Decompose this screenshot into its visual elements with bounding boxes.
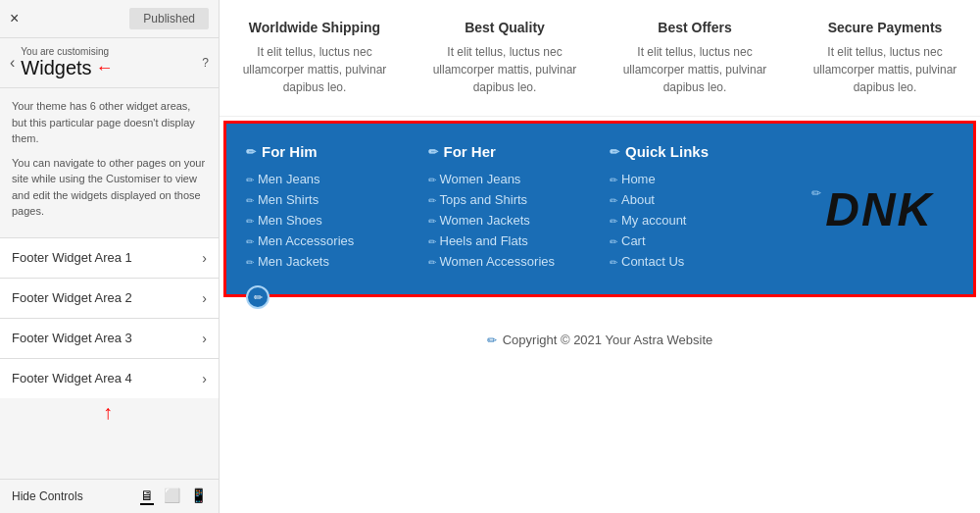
panel-info-line2: You can navigate to other pages on your … — [12, 155, 207, 220]
edit-icon-col2[interactable]: ✏ — [610, 145, 619, 159]
edit-icon-small-4: ✏ — [246, 257, 254, 268]
footer-section-edit-button[interactable]: ✏ — [246, 285, 270, 309]
chevron-icon-4: › — [202, 371, 207, 386]
footer-link-tops-shirts[interactable]: ✏Tops and Shirts — [428, 192, 591, 207]
footer-grid: ✏ For Him ✏Men Jeans ✏Men Shirts ✏Men Sh… — [246, 143, 954, 275]
panel-header: × Published — [0, 0, 219, 38]
edit-icon-small-w1: ✏ — [428, 195, 436, 206]
footer-link-women-jeans[interactable]: ✏Women Jeans — [428, 172, 591, 186]
feature-item-3: Secure Payments It elit tellus, luctus n… — [790, 10, 980, 106]
footer-link-my-account[interactable]: ✏My account — [610, 213, 772, 228]
back-icon[interactable]: ‹ — [10, 54, 15, 72]
footer-col-2-title: ✏ Quick Links — [610, 143, 772, 160]
red-up-arrow-icon: ↑ — [103, 401, 113, 424]
feature-desc-0: It elit tellus, luctus nec ullamcorper m… — [234, 43, 395, 96]
footer-link-men-shirts[interactable]: ✏Men Shirts — [246, 192, 409, 207]
footer-section: ✏ For Him ✏Men Jeans ✏Men Shirts ✏Men Sh… — [223, 121, 976, 297]
feature-desc-3: It elit tellus, luctus nec ullamcorper m… — [805, 43, 965, 96]
panel-info-line1: Your theme has 6 other widget areas, but… — [12, 98, 207, 147]
footer-col-2: ✏ Quick Links ✏Home ✏About ✏My account ✏… — [610, 143, 772, 275]
bottom-spacer — [220, 359, 980, 513]
edit-icon-small-0: ✏ — [246, 175, 254, 185]
edit-icon-small-1: ✏ — [246, 195, 254, 206]
chevron-icon-2: › — [202, 290, 207, 306]
footer-link-about[interactable]: ✏About — [610, 192, 772, 207]
feature-title-3: Secure Payments — [805, 20, 965, 35]
desktop-icon[interactable]: 🖥 — [140, 487, 154, 505]
feature-item-1: Best Quality It elit tellus, luctus nec … — [410, 10, 600, 106]
edit-icon-col1[interactable]: ✏ — [428, 145, 438, 159]
main-preview-area: Worldwide Shipping It elit tellus, luctu… — [220, 0, 980, 513]
footer-link-men-accessories[interactable]: ✏Men Accessories — [246, 233, 409, 248]
widget-areas-list: Footer Widget Area 1 › Footer Widget Are… — [0, 237, 219, 480]
help-icon[interactable]: ? — [202, 56, 209, 70]
feature-item-0: Worldwide Shipping It elit tellus, luctu… — [220, 10, 410, 106]
footer-link-men-shoes[interactable]: ✏Men Shoes — [246, 213, 409, 228]
widget-area-3-label: Footer Widget Area 3 — [12, 331, 132, 345]
footer-col-1: ✏ For Her ✏Women Jeans ✏Tops and Shirts … — [428, 143, 591, 275]
widget-area-2-label: Footer Widget Area 2 — [12, 290, 132, 305]
panel-info: Your theme has 6 other widget areas, but… — [0, 88, 219, 237]
dnk-logo: DNK — [825, 182, 933, 236]
footer-col-1-title: ✏ For Her — [428, 143, 591, 160]
features-bar: Worldwide Shipping It elit tellus, luctu… — [220, 0, 980, 117]
chevron-icon-1: › — [202, 250, 207, 266]
device-icons-group: 🖥 ⬜ 📱 — [140, 487, 207, 505]
customizer-panel: × Published ‹ You are customising Widget… — [0, 0, 220, 513]
edit-icon-small-q0: ✏ — [610, 175, 617, 185]
footer-col-3: ✏ DNK — [792, 143, 955, 275]
widgets-title: Widgets — [21, 57, 91, 79]
footer-link-heels-flats[interactable]: ✏Heels and Flats — [428, 233, 591, 248]
edit-icon-small-w3: ✏ — [428, 236, 436, 247]
edit-icon-small-q2: ✏ — [610, 216, 617, 227]
widget-area-4-label: Footer Widget Area 4 — [12, 371, 132, 385]
spacer — [220, 301, 980, 321]
edit-icon-small-w0: ✏ — [428, 175, 436, 185]
widget-area-2[interactable]: Footer Widget Area 2 › — [0, 278, 219, 318]
edit-icon-small-w4: ✏ — [428, 257, 436, 268]
mobile-icon[interactable]: 📱 — [190, 487, 207, 505]
copyright-bar: ✏ Copyright © 2021 Your Astra Website — [220, 321, 980, 359]
feature-item-2: Best Offers It elit tellus, luctus nec u… — [600, 10, 790, 106]
edit-icon-small-2: ✏ — [246, 216, 254, 227]
footer-link-women-accessories[interactable]: ✏Women Accessories — [428, 254, 591, 269]
widget-area-3[interactable]: Footer Widget Area 3 › — [0, 318, 219, 358]
footer-link-women-jackets[interactable]: ✏Women Jackets — [428, 213, 591, 228]
red-arrow-icon: ← — [96, 58, 114, 78]
edit-icon-small-3: ✏ — [246, 236, 254, 247]
chevron-icon-3: › — [202, 331, 207, 346]
widgets-title-block: You are customising Widgets ← — [21, 46, 113, 79]
edit-icon-col3[interactable]: ✏ — [811, 186, 821, 200]
copyright-edit-icon[interactable]: ✏ — [487, 333, 497, 347]
edit-icon-small-q4: ✏ — [610, 257, 617, 268]
footer-link-contact-us[interactable]: ✏Contact Us — [610, 254, 772, 269]
edit-icon-small-q3: ✏ — [610, 236, 617, 247]
panel-subheader: ‹ You are customising Widgets ← ? — [0, 38, 219, 88]
tablet-icon[interactable]: ⬜ — [164, 487, 180, 505]
feature-desc-1: It elit tellus, luctus nec ullamcorper m… — [424, 43, 585, 96]
edit-icon-small-q1: ✏ — [610, 195, 617, 206]
widget-area-1-label: Footer Widget Area 1 — [12, 250, 132, 265]
feature-title-1: Best Quality — [424, 20, 585, 35]
widget-area-1[interactable]: Footer Widget Area 1 › — [0, 237, 219, 278]
widget-area-4[interactable]: Footer Widget Area 4 › ↑ — [0, 358, 219, 398]
feature-title-0: Worldwide Shipping — [234, 20, 395, 35]
panel-footer: Hide Controls 🖥 ⬜ 📱 — [0, 479, 219, 513]
footer-link-home[interactable]: ✏Home — [610, 172, 772, 186]
footer-col-0: ✏ For Him ✏Men Jeans ✏Men Shirts ✏Men Sh… — [246, 143, 409, 275]
published-button[interactable]: Published — [129, 8, 209, 29]
feature-title-2: Best Offers — [614, 20, 775, 35]
hide-controls-button[interactable]: Hide Controls — [12, 489, 83, 503]
footer-link-men-jeans[interactable]: ✏Men Jeans — [246, 172, 409, 186]
footer-link-men-jackets[interactable]: ✏Men Jackets — [246, 254, 409, 269]
edit-icon-col0[interactable]: ✏ — [246, 145, 256, 159]
footer-link-cart[interactable]: ✏Cart — [610, 233, 772, 248]
close-icon[interactable]: × — [10, 10, 19, 27]
copyright-text: Copyright © 2021 Your Astra Website — [503, 333, 713, 347]
edit-icon-small-w2: ✏ — [428, 216, 436, 227]
feature-desc-2: It elit tellus, luctus nec ullamcorper m… — [614, 43, 775, 96]
you-are-customising-label: You are customising — [21, 46, 113, 57]
footer-col-0-title: ✏ For Him — [246, 143, 409, 160]
